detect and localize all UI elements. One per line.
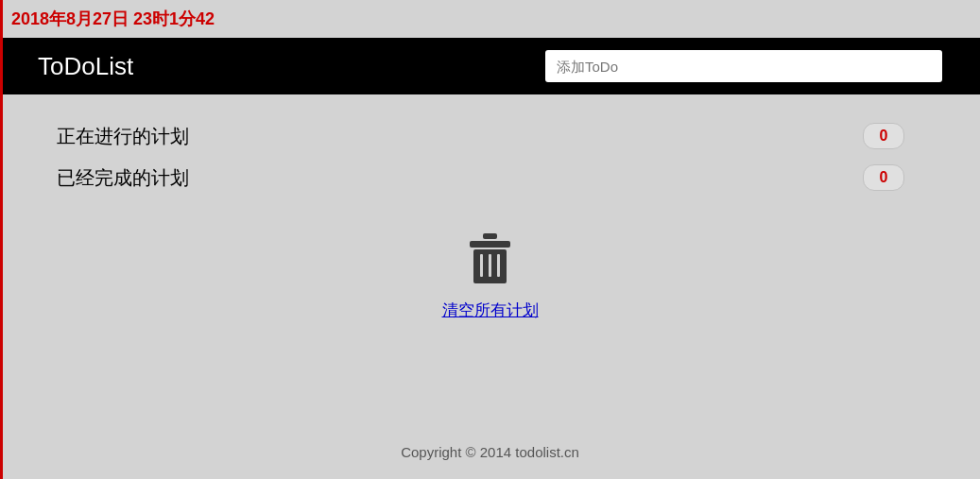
completed-label: 已经完成的计划: [57, 165, 189, 191]
app-title: ToDoList: [38, 52, 133, 81]
clear-section: 清空所有计划: [57, 229, 923, 321]
completed-row: 已经完成的计划 0: [57, 164, 923, 191]
svg-rect-4: [489, 254, 491, 277]
clear-all-button[interactable]: 清空所有计划: [442, 299, 539, 321]
svg-rect-1: [470, 241, 510, 248]
completed-count-badge: 0: [863, 164, 904, 191]
main-content: 正在进行的计划 0 已经完成的计划 0 清空所有计划: [0, 94, 980, 350]
trash-icon[interactable]: [462, 229, 519, 290]
footer: Copyright © 2014 todolist.cn: [0, 444, 980, 460]
in-progress-row: 正在进行的计划 0: [57, 123, 923, 149]
in-progress-label: 正在进行的计划: [57, 124, 189, 149]
svg-rect-5: [497, 254, 500, 277]
svg-rect-0: [483, 233, 497, 239]
add-todo-input[interactable]: [545, 50, 942, 82]
in-progress-count-badge: 0: [863, 123, 904, 149]
svg-rect-3: [480, 254, 483, 277]
completed-count: 0: [880, 169, 888, 186]
app-header: ToDoList: [0, 38, 980, 94]
datetime-display: 2018年8月27日 23时1分42: [0, 0, 980, 38]
copyright-text: Copyright © 2014 todolist.cn: [401, 444, 579, 460]
in-progress-count: 0: [880, 128, 888, 145]
